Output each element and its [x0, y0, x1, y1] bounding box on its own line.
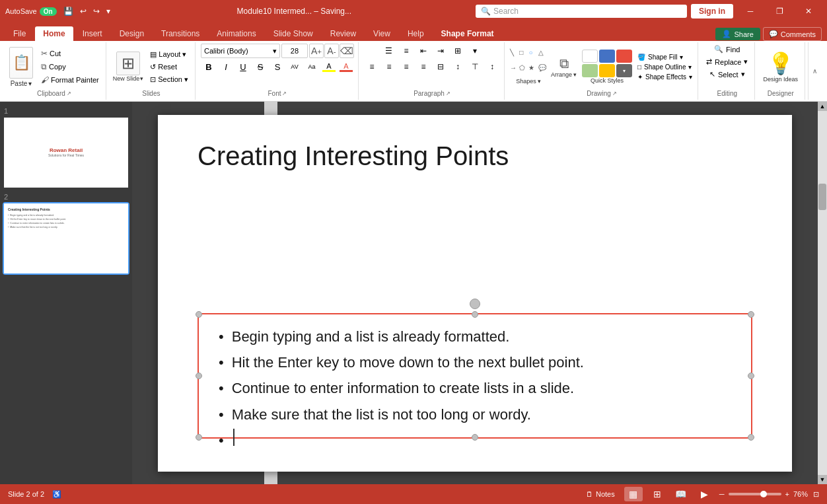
tab-view[interactable]: View [365, 26, 398, 41]
canvas-area[interactable]: 1 2 3 4 Creating Interesting Points [132, 102, 818, 484]
quick-styles-button[interactable]: ▾ Quick Styles [581, 48, 633, 85]
shapes-button[interactable]: ╲ □ ○ △ → ⬠ ★ 💬 Shapes▾ [510, 49, 547, 85]
font-size-input[interactable]: 28 [281, 44, 308, 58]
zoom-slider-thumb[interactable] [760, 491, 767, 497]
tab-review[interactable]: Review [322, 26, 364, 41]
scroll-track[interactable] [818, 111, 827, 475]
paragraph-dropdown-icon[interactable]: ▾ [467, 44, 483, 58]
comments-button[interactable]: 💬 Comments [763, 27, 822, 41]
arrange-button[interactable]: ⧉ Arrange▾ [550, 55, 578, 79]
replace-button[interactable]: ⇄ Replace ▾ [703, 56, 750, 67]
slideshow-view-button[interactable]: ▶ [696, 487, 714, 501]
tab-transitions[interactable]: Transitions [153, 26, 207, 41]
char-spacing-button[interactable]: AV [287, 59, 303, 74]
normal-view-button[interactable]: ▦ [624, 487, 643, 501]
new-slide-button[interactable]: ⊞ New Slide ▾ [112, 50, 145, 83]
underline-button[interactable]: U [235, 59, 251, 74]
section-button[interactable]: ⊡ Section ▾ [147, 74, 191, 85]
handle-bm[interactable] [472, 434, 478, 441]
copy-button[interactable]: ⧉ Copy [38, 61, 102, 73]
text-box[interactable]: • Begin typing and a list is already for… [198, 313, 752, 439]
text-box-inner[interactable]: • Begin typing and a list is already for… [199, 314, 751, 465]
save-icon[interactable]: 💾 [61, 5, 76, 17]
slide-2-thumbnail[interactable]: Creating Interesting Points • Begin typi… [4, 203, 128, 273]
slide-canvas[interactable]: Creating Interesting Points • Begin typi… [158, 115, 792, 472]
paragraph-expand-icon[interactable]: ↗ [446, 90, 450, 96]
find-button[interactable]: 🔍 Find [711, 44, 742, 55]
change-case-button[interactable]: Aa [304, 59, 320, 74]
scroll-up-button[interactable]: ▲ [818, 102, 827, 111]
handle-ml[interactable] [196, 373, 202, 379]
scroll-thumb[interactable] [818, 184, 826, 210]
font-color-button[interactable]: A [338, 59, 354, 74]
clear-formatting-button[interactable]: ⌫ [340, 44, 354, 58]
right-scrollbar[interactable]: ▲ ▼ [818, 102, 827, 484]
drawing-expand-icon[interactable]: ↗ [612, 90, 617, 96]
smart-art-button[interactable]: ⊞ [450, 44, 466, 58]
tab-shape-format[interactable]: Shape Format [433, 26, 502, 41]
tab-design[interactable]: Design [112, 26, 152, 41]
numbered-list-button[interactable]: ≡ [398, 44, 414, 58]
search-box[interactable]: 🔍 Search [476, 5, 687, 18]
tab-help[interactable]: Help [400, 26, 432, 41]
columns-button[interactable]: ⊟ [433, 59, 449, 74]
handle-bl[interactable] [196, 434, 202, 441]
handle-mr[interactable] [748, 373, 754, 379]
clipboard-expand-icon[interactable]: ↗ [67, 90, 71, 96]
autosave-toggle[interactable]: On [40, 7, 57, 16]
restore-button[interactable]: ❐ [766, 0, 793, 22]
minimize-button[interactable]: ─ [737, 0, 764, 22]
shape-fill-button[interactable]: 🪣 Shape Fill ▾ [636, 53, 694, 61]
handle-tm[interactable] [472, 311, 478, 318]
zoom-slider[interactable] [729, 493, 781, 495]
design-ideas-button[interactable]: 💡 Design Ideas [760, 48, 801, 85]
share-button[interactable]: 👤 Share [715, 28, 760, 40]
font-family-selector[interactable]: Calibri (Body) ▾ [201, 44, 280, 58]
highlight-color-button[interactable]: A [321, 59, 337, 74]
tab-home[interactable]: Home [35, 26, 73, 41]
handle-tl[interactable] [196, 311, 202, 318]
reading-view-button[interactable]: 📖 [672, 487, 690, 501]
scroll-down-button[interactable]: ▼ [818, 475, 827, 484]
decrease-font-size-button[interactable]: A- [324, 44, 339, 58]
fit-to-window-button[interactable]: ⊡ [813, 490, 819, 499]
tab-animations[interactable]: Animations [209, 26, 264, 41]
tab-file[interactable]: File [5, 26, 34, 41]
paste-button[interactable]: 📋 Paste ▾ [7, 46, 36, 89]
zoom-in-button[interactable]: + [785, 490, 789, 498]
customize-icon[interactable]: ▾ [104, 5, 113, 17]
strikethrough-button[interactable]: S [252, 59, 268, 74]
zoom-out-button[interactable]: ─ [719, 490, 725, 498]
increase-font-size-button[interactable]: A+ [309, 44, 324, 58]
handle-tr[interactable] [748, 311, 754, 318]
text-shadow-button[interactable]: S [270, 59, 285, 74]
select-button[interactable]: ↖ Select ▾ [707, 69, 748, 80]
italic-button[interactable]: I [218, 59, 234, 74]
align-left-button[interactable]: ≡ [364, 59, 380, 74]
justify-button[interactable]: ≡ [415, 59, 431, 74]
align-center-button[interactable]: ≡ [381, 59, 397, 74]
format-painter-button[interactable]: 🖌 Format Painter [38, 74, 102, 86]
undo-icon[interactable]: ↩ [77, 5, 89, 17]
slide-sorter-button[interactable]: ⊞ [648, 487, 666, 501]
rotate-handle[interactable] [470, 299, 480, 309]
slide-1-thumbnail[interactable]: Rowan Retail Solutions for Real Times [4, 118, 128, 188]
bold-button[interactable]: B [201, 59, 217, 74]
sign-in-button[interactable]: Sign in [691, 4, 733, 18]
line-spacing-button[interactable]: ↕ [484, 59, 500, 74]
cut-button[interactable]: ✂ Cut [38, 48, 102, 59]
shape-outline-button[interactable]: □ Shape Outline ▾ [636, 63, 694, 71]
text-direction-button[interactable]: ↕ [450, 59, 466, 74]
close-button[interactable]: ✕ [795, 0, 822, 22]
notes-button[interactable]: 🗒 Notes [582, 489, 619, 499]
font-expand-icon[interactable]: ↗ [282, 90, 287, 96]
tab-insert[interactable]: Insert [75, 26, 110, 41]
shape-effects-button[interactable]: ✦ Shape Effects ▾ [636, 73, 694, 81]
align-text-button[interactable]: ⊤ [467, 59, 483, 74]
decrease-indent-button[interactable]: ⇤ [415, 44, 431, 58]
ribbon-collapse-button[interactable]: ∧ [808, 42, 821, 100]
redo-icon[interactable]: ↪ [90, 5, 102, 17]
increase-indent-button[interactable]: ⇥ [433, 44, 449, 58]
reset-button[interactable]: ↺ Reset [147, 61, 191, 73]
tab-slideshow[interactable]: Slide Show [266, 26, 321, 41]
